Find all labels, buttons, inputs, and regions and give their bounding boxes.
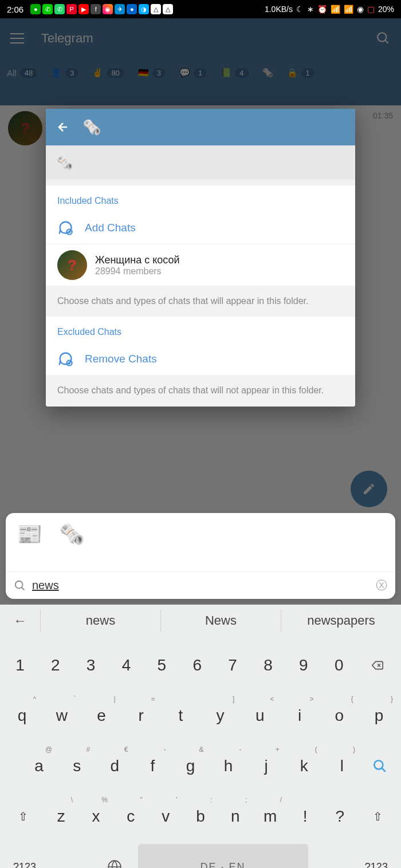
key-h[interactable]: h-: [211, 743, 246, 789]
key-6[interactable]: 6: [180, 642, 214, 688]
emoji-picker: 📰 🗞️ ⓧ: [6, 513, 395, 599]
key-4[interactable]: 4: [110, 642, 143, 688]
backspace-icon: [370, 660, 385, 671]
bluetooth-icon: ∗: [307, 5, 314, 14]
alarm-icon: ⏰: [317, 5, 327, 14]
svg-line-9: [382, 768, 386, 772]
included-hint: Choose chats and types of chats that wil…: [46, 286, 355, 317]
remove-chats-button[interactable]: Remove Chats: [46, 343, 355, 375]
key-k[interactable]: k(: [286, 743, 322, 789]
key-d[interactable]: d€: [97, 743, 132, 789]
signal-icon-2: 📶: [344, 5, 353, 14]
avatar: [57, 250, 87, 280]
key-o[interactable]: o{: [321, 693, 358, 739]
dialog-header: 🗞️: [46, 109, 355, 145]
excluded-hint: Choose chats and types of chats that wil…: [46, 375, 355, 406]
suggestion-3[interactable]: newspapers: [281, 610, 401, 632]
folder-settings-dialog: 🗞️ 🗞️ Included Chats Add Chats Женщина с…: [46, 109, 355, 407]
folder-name-input[interactable]: 🗞️: [46, 145, 355, 186]
remove-chats-label: Remove Chats: [85, 353, 157, 365]
key-9[interactable]: 9: [287, 642, 320, 688]
key-f[interactable]: f-: [135, 743, 170, 789]
key-i[interactable]: i>: [281, 693, 318, 739]
emoji-newspaper[interactable]: 📰: [16, 521, 42, 547]
included-title: Included Chats: [46, 186, 355, 212]
key-1[interactable]: 1: [3, 642, 37, 688]
key-s[interactable]: s#: [59, 743, 95, 789]
key-search[interactable]: [362, 743, 398, 789]
key-w[interactable]: w`: [43, 693, 80, 739]
battery-icon: ▢: [367, 5, 375, 14]
search-icon: [14, 579, 26, 592]
key-3[interactable]: 3: [74, 642, 108, 688]
key-p[interactable]: p}: [360, 693, 398, 739]
key-?[interactable]: ?: [324, 794, 356, 839]
key-q[interactable]: q^: [3, 693, 41, 739]
key-5[interactable]: 5: [145, 642, 178, 688]
newspaper-icon: 🗞️: [82, 119, 101, 136]
key-r[interactable]: r=: [123, 693, 160, 739]
signal-icon: 📶: [331, 5, 340, 14]
included-chat-item[interactable]: Женщина с косой 28994 members: [46, 244, 355, 286]
key-symbols-right[interactable]: ?123: [355, 844, 398, 868]
emoji-search-input[interactable]: [32, 579, 370, 592]
key-backspace[interactable]: [358, 642, 398, 688]
key-g[interactable]: g&: [172, 743, 208, 789]
newspaper-icon: 🗞️: [56, 155, 73, 171]
key-y[interactable]: y]: [202, 693, 239, 739]
clear-search-button[interactable]: ⓧ: [376, 578, 387, 593]
suggestion-2[interactable]: News: [160, 610, 281, 632]
key-a[interactable]: a@: [21, 743, 57, 789]
dnd-icon: ☾: [296, 5, 304, 14]
key-space[interactable]: DE · EN: [138, 844, 308, 868]
remove-chat-icon: [57, 351, 73, 367]
emoji-results: 📰 🗞️: [6, 513, 395, 571]
svg-line-5: [22, 587, 25, 590]
key-t[interactable]: t: [162, 693, 199, 739]
globe-icon: [107, 859, 122, 868]
key-l[interactable]: l): [324, 743, 360, 789]
key-8[interactable]: 8: [251, 642, 285, 688]
excluded-title: Excluded Chats: [46, 317, 355, 343]
key-u[interactable]: u<: [241, 693, 278, 739]
search-icon: [372, 759, 387, 774]
status-app-icons: ● ✆ ✆ P ▶ f ◉ ✈ ● ◑ △ △: [30, 4, 173, 14]
add-chats-button[interactable]: Add Chats: [46, 212, 355, 244]
key-m[interactable]: m/: [254, 794, 286, 839]
key-v[interactable]: v': [150, 794, 182, 839]
key-e[interactable]: e|: [82, 693, 120, 739]
emoji-rolled-newspaper[interactable]: 🗞️: [58, 521, 85, 547]
status-time: 2:06: [7, 5, 23, 14]
key-b[interactable]: b:: [184, 794, 217, 839]
key-comma[interactable]: ,: [48, 844, 91, 868]
back-button[interactable]: [56, 120, 70, 134]
key-![interactable]: !: [289, 794, 321, 839]
emoji-search-row: ⓧ: [6, 571, 395, 599]
key-shift-right[interactable]: ⇧: [359, 794, 398, 839]
key-j[interactable]: j+: [249, 743, 284, 789]
suggestion-back[interactable]: ←: [0, 613, 40, 629]
svg-point-4: [15, 581, 23, 588]
key-symbols[interactable]: ?123: [3, 844, 46, 868]
key-shift[interactable]: ⇧: [3, 794, 42, 839]
key-globe[interactable]: [93, 844, 135, 868]
keyboard: 1234567890 q^w`e|r=ty]u<i>o{p} a@s#d€f-g…: [0, 637, 401, 868]
suggestion-1[interactable]: news: [40, 610, 160, 632]
key-n[interactable]: n;: [219, 794, 251, 839]
key-x[interactable]: x%: [80, 794, 112, 839]
key-period[interactable]: .: [310, 844, 353, 868]
key-7[interactable]: 7: [216, 642, 249, 688]
battery-pct: 20%: [378, 5, 394, 14]
chat-item-members: 28994 members: [95, 266, 180, 277]
svg-point-8: [374, 760, 383, 769]
wifi-icon: ◉: [357, 5, 364, 14]
key-0[interactable]: 0: [323, 642, 356, 688]
key-c[interactable]: c": [115, 794, 147, 839]
status-net: 1.0KB/s: [265, 5, 293, 14]
key-2[interactable]: 2: [39, 642, 72, 688]
key-z[interactable]: z\: [45, 794, 77, 839]
add-chat-icon: [57, 220, 73, 236]
add-chats-label: Add Chats: [85, 222, 136, 234]
status-bar: 2:06 ● ✆ ✆ P ▶ f ◉ ✈ ● ◑ △ △ 1.0KB/s ☾ ∗…: [0, 0, 401, 18]
chat-item-name: Женщина с косой: [95, 254, 180, 266]
